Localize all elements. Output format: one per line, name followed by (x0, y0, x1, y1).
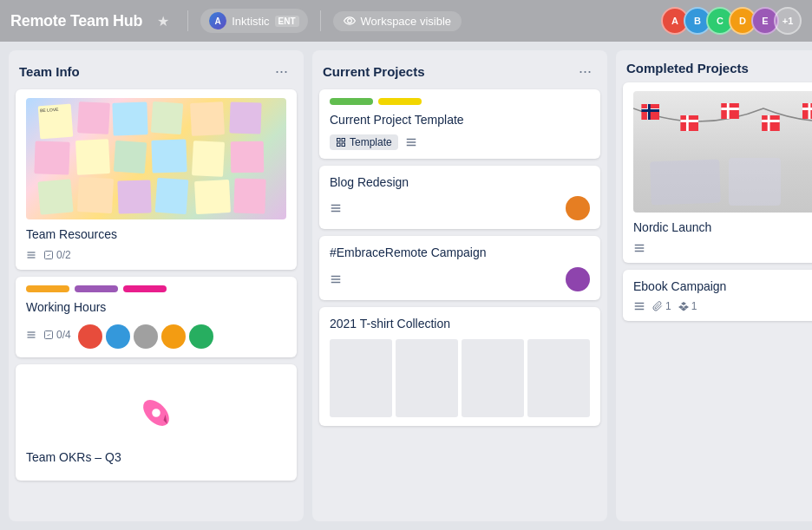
badge-checklist-wh: 0/4 (43, 329, 71, 341)
header-divider-2 (320, 10, 321, 31)
badge-list (26, 250, 36, 260)
sticky-note (112, 101, 147, 135)
wh-avatar-2 (106, 324, 130, 349)
svg-rect-35 (721, 103, 739, 119)
template-icon (336, 137, 346, 147)
card-badges-template: Template (330, 134, 590, 150)
tshirt-grid (330, 339, 590, 417)
list-icon (26, 250, 36, 260)
column-completed-projects: Completed Projects (616, 50, 812, 521)
list-icon (26, 330, 36, 340)
checklist-icon (43, 330, 54, 340)
board-title: Remote Team Hub (10, 12, 142, 30)
card-badges-working-hours: 0/4 (26, 321, 286, 349)
bg-shape (650, 160, 721, 206)
card-member-embrace (566, 267, 590, 291)
label-yellow (378, 98, 422, 105)
sticky-note (231, 141, 265, 173)
column-menu-team-info[interactable]: ··· (270, 61, 293, 82)
workspace-selector[interactable]: A Inktistic ENT (200, 9, 307, 33)
svg-rect-17 (342, 143, 345, 147)
svg-rect-14 (337, 138, 341, 141)
label-green (330, 98, 373, 105)
tshirt-item (462, 339, 524, 417)
card-image-norway (633, 91, 812, 213)
card-title-tshirt: 2021 T-shirt Collection (330, 316, 590, 333)
workspace-logo: A (209, 12, 226, 29)
workspace-badge: ENT (275, 16, 299, 27)
tshirt-item (330, 339, 392, 417)
bar-pink (123, 285, 167, 292)
svg-rect-33 (686, 115, 689, 131)
card-team-resources[interactable]: BE LOVE (16, 89, 297, 270)
list-icon (330, 202, 342, 214)
column-title-current-projects: Current Projects (323, 64, 425, 79)
card-tshirt-collection[interactable]: 2021 T-shirt Collection (319, 307, 600, 427)
visibility-label: Workspace visible (361, 15, 452, 28)
bg-shape (729, 158, 781, 206)
svg-rect-39 (768, 115, 770, 131)
card-image-notes: BE LOVE (26, 98, 286, 219)
star-button[interactable]: ★ (151, 9, 175, 33)
checklist-icon (43, 250, 54, 260)
card-current-project-template[interactable]: Current Project Template Template (319, 89, 600, 159)
svg-point-0 (347, 19, 351, 23)
sticky-note (117, 180, 151, 213)
sticky-note (37, 179, 73, 214)
sticky-note (155, 178, 189, 214)
svg-rect-43 (802, 108, 812, 110)
card-blog-redesign[interactable]: Blog Redesign (319, 166, 600, 230)
header-divider (187, 10, 188, 31)
card-title-current-project-template: Current Project Template (330, 112, 590, 129)
attachment-icon (652, 301, 663, 311)
card-ebook-campaign[interactable]: Ebook Campaign 1 1 (623, 270, 812, 322)
tshirt-item (527, 339, 590, 417)
visibility-icon (344, 15, 356, 27)
card-embrace-remote[interactable]: #EmbraceRemote Campaign (319, 236, 600, 300)
rocket-icon (130, 387, 182, 439)
badge-list-wh (26, 330, 36, 340)
label-bars-template (330, 98, 590, 105)
rocket-decoration (26, 373, 286, 449)
sticky-note (192, 141, 225, 177)
svg-rect-42 (809, 103, 811, 119)
card-badges-ebook: 1 1 (633, 300, 812, 312)
sticky-note (194, 180, 231, 214)
card-working-hours[interactable]: Working Hours 0/4 (16, 277, 297, 358)
card-nordic-launch[interactable]: Nordic Launch (623, 82, 812, 263)
list-icon (405, 136, 417, 148)
working-hours-avatars (78, 324, 213, 349)
column-menu-current-projects[interactable]: ··· (573, 61, 597, 82)
card-team-okrs[interactable]: Team OKRs – Q3 (16, 364, 297, 481)
card-title-ebook: Ebook Campaign (633, 278, 812, 296)
svg-rect-31 (641, 109, 659, 112)
sticky-note (151, 139, 187, 173)
column-title-completed: Completed Projects (626, 61, 749, 75)
svg-rect-32 (680, 115, 698, 131)
badge-dropbox: 1 (678, 300, 697, 312)
list-icon (633, 300, 645, 312)
bar-purple (75, 285, 118, 292)
column-current-projects: Current Projects ··· Current Project Tem… (312, 50, 607, 521)
svg-rect-36 (727, 103, 730, 119)
card-title-blog-redesign: Blog Redesign (330, 174, 590, 192)
dropbox-icon (678, 301, 689, 311)
wh-avatar-1 (78, 324, 102, 349)
card-member-blog (566, 196, 590, 220)
card-title-embrace-remote: #EmbraceRemote Campaign (330, 245, 590, 262)
wh-avatar-5 (189, 324, 213, 349)
card-title-team-okrs: Team OKRs – Q3 (26, 449, 286, 467)
bar-orange (26, 285, 69, 292)
avatar-overflow[interactable]: +1 (774, 7, 802, 35)
sticky-note (34, 141, 69, 174)
sticky-note (77, 101, 110, 134)
visibility-selector[interactable]: Workspace visible (333, 11, 462, 31)
svg-rect-40 (762, 120, 780, 122)
list-icon (633, 242, 645, 254)
list-icon (330, 273, 342, 285)
sticky-note (233, 178, 265, 213)
sticky-note (77, 177, 114, 213)
column-header-completed: Completed Projects (623, 57, 812, 82)
svg-rect-34 (680, 120, 698, 122)
sticky-note (229, 101, 261, 134)
